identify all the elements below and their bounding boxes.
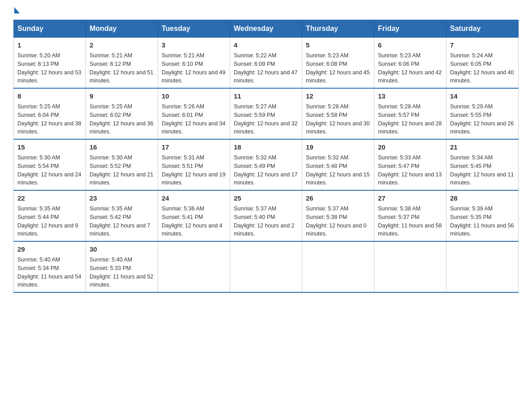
- day-number: 9: [90, 91, 154, 101]
- day-info: Sunrise: 5:24 AMSunset: 6:05 PMDaylight:…: [450, 52, 514, 84]
- day-number: 27: [378, 193, 442, 203]
- calendar-cell: 14 Sunrise: 5:29 AMSunset: 5:55 PMDaylig…: [446, 88, 519, 139]
- day-number: 30: [90, 244, 154, 254]
- day-number: 12: [306, 91, 370, 101]
- day-number: 5: [306, 40, 370, 50]
- day-info: Sunrise: 5:34 AMSunset: 5:45 PMDaylight:…: [450, 154, 514, 186]
- day-info: Sunrise: 5:30 AMSunset: 5:54 PMDaylight:…: [17, 154, 81, 186]
- calendar-cell: 29 Sunrise: 5:40 AMSunset: 5:34 PMDaylig…: [14, 241, 86, 292]
- day-number: 24: [162, 193, 226, 203]
- calendar-cell: [374, 241, 446, 292]
- day-number: 21: [450, 142, 515, 152]
- calendar-cell: 17 Sunrise: 5:31 AMSunset: 5:51 PMDaylig…: [158, 139, 230, 190]
- calendar-cell: 22 Sunrise: 5:35 AMSunset: 5:44 PMDaylig…: [14, 190, 86, 241]
- calendar-cell: 23 Sunrise: 5:35 AMSunset: 5:42 PMDaylig…: [86, 190, 158, 241]
- day-number: 19: [306, 142, 370, 152]
- calendar-header-row: SundayMondayTuesdayWednesdayThursdayFrid…: [14, 20, 519, 38]
- calendar-cell: 16 Sunrise: 5:30 AMSunset: 5:52 PMDaylig…: [86, 139, 158, 190]
- calendar-cell: 5 Sunrise: 5:23 AMSunset: 6:08 PMDayligh…: [302, 38, 374, 89]
- day-number: 23: [90, 193, 154, 203]
- day-number: 15: [17, 142, 82, 152]
- day-info: Sunrise: 5:28 AMSunset: 5:57 PMDaylight:…: [378, 103, 442, 135]
- day-info: Sunrise: 5:21 AMSunset: 6:12 PMDaylight:…: [90, 52, 153, 84]
- calendar-cell: 2 Sunrise: 5:21 AMSunset: 6:12 PMDayligh…: [86, 38, 158, 89]
- day-info: Sunrise: 5:21 AMSunset: 6:10 PMDaylight:…: [162, 52, 225, 84]
- calendar-cell: [446, 241, 519, 292]
- calendar-cell: 20 Sunrise: 5:33 AMSunset: 5:47 PMDaylig…: [374, 139, 446, 190]
- day-info: Sunrise: 5:31 AMSunset: 5:51 PMDaylight:…: [162, 154, 225, 186]
- day-info: Sunrise: 5:20 AMSunset: 6:13 PMDaylight:…: [17, 52, 81, 84]
- day-info: Sunrise: 5:35 AMSunset: 5:42 PMDaylight:…: [90, 206, 150, 237]
- day-info: Sunrise: 5:40 AMSunset: 5:33 PMDaylight:…: [90, 257, 153, 288]
- calendar-cell: 7 Sunrise: 5:24 AMSunset: 6:05 PMDayligh…: [446, 38, 519, 89]
- calendar-cell: 25 Sunrise: 5:37 AMSunset: 5:40 PMDaylig…: [230, 190, 302, 241]
- calendar-cell: 3 Sunrise: 5:21 AMSunset: 6:10 PMDayligh…: [158, 38, 230, 89]
- calendar-cell: [302, 241, 374, 292]
- header-friday: Friday: [374, 20, 446, 38]
- calendar-cell: 10 Sunrise: 5:26 AMSunset: 6:01 PMDaylig…: [158, 88, 230, 139]
- calendar-week-3: 15 Sunrise: 5:30 AMSunset: 5:54 PMDaylig…: [14, 139, 519, 190]
- header-sunday: Sunday: [14, 20, 86, 38]
- day-number: 28: [450, 193, 515, 203]
- day-number: 17: [162, 142, 226, 152]
- calendar-cell: 12 Sunrise: 5:28 AMSunset: 5:58 PMDaylig…: [302, 88, 374, 139]
- day-number: 2: [90, 40, 154, 50]
- day-info: Sunrise: 5:40 AMSunset: 5:34 PMDaylight:…: [17, 257, 81, 288]
- day-number: 4: [234, 40, 298, 50]
- day-number: 29: [17, 244, 82, 254]
- calendar-cell: 26 Sunrise: 5:37 AMSunset: 5:38 PMDaylig…: [302, 190, 374, 241]
- day-info: Sunrise: 5:37 AMSunset: 5:40 PMDaylight:…: [234, 206, 295, 237]
- day-info: Sunrise: 5:28 AMSunset: 5:58 PMDaylight:…: [306, 103, 369, 135]
- day-info: Sunrise: 5:23 AMSunset: 6:08 PMDaylight:…: [306, 52, 369, 84]
- calendar-cell: 6 Sunrise: 5:23 AMSunset: 6:06 PMDayligh…: [374, 38, 446, 89]
- calendar-cell: 11 Sunrise: 5:27 AMSunset: 5:59 PMDaylig…: [230, 88, 302, 139]
- day-info: Sunrise: 5:30 AMSunset: 5:52 PMDaylight:…: [90, 154, 153, 186]
- day-info: Sunrise: 5:23 AMSunset: 6:06 PMDaylight:…: [378, 52, 442, 84]
- day-info: Sunrise: 5:38 AMSunset: 5:37 PMDaylight:…: [378, 206, 442, 237]
- day-info: Sunrise: 5:25 AMSunset: 6:02 PMDaylight:…: [90, 103, 153, 135]
- header-saturday: Saturday: [446, 20, 519, 38]
- calendar-cell: 24 Sunrise: 5:36 AMSunset: 5:41 PMDaylig…: [158, 190, 230, 241]
- calendar-week-2: 8 Sunrise: 5:25 AMSunset: 6:04 PMDayligh…: [14, 88, 519, 139]
- calendar-cell: 30 Sunrise: 5:40 AMSunset: 5:33 PMDaylig…: [86, 241, 158, 292]
- day-number: 16: [90, 142, 154, 152]
- day-number: 8: [17, 91, 82, 101]
- day-number: 25: [234, 193, 298, 203]
- calendar-cell: 13 Sunrise: 5:28 AMSunset: 5:57 PMDaylig…: [374, 88, 446, 139]
- day-number: 3: [162, 40, 226, 50]
- calendar-cell: 27 Sunrise: 5:38 AMSunset: 5:37 PMDaylig…: [374, 190, 446, 241]
- logo: [13, 9, 20, 15]
- header-thursday: Thursday: [302, 20, 374, 38]
- calendar-cell: 15 Sunrise: 5:30 AMSunset: 5:54 PMDaylig…: [14, 139, 86, 190]
- header-monday: Monday: [86, 20, 158, 38]
- logo-triangle-icon: [14, 7, 20, 13]
- calendar-cell: 9 Sunrise: 5:25 AMSunset: 6:02 PMDayligh…: [86, 88, 158, 139]
- calendar-week-5: 29 Sunrise: 5:40 AMSunset: 5:34 PMDaylig…: [14, 241, 519, 292]
- calendar-table: SundayMondayTuesdayWednesdayThursdayFrid…: [13, 20, 519, 293]
- day-info: Sunrise: 5:22 AMSunset: 6:09 PMDaylight:…: [234, 52, 297, 84]
- day-info: Sunrise: 5:32 AMSunset: 5:48 PMDaylight:…: [306, 154, 369, 186]
- header-wednesday: Wednesday: [230, 20, 302, 38]
- day-number: 10: [162, 91, 226, 101]
- day-number: 13: [378, 91, 442, 101]
- calendar-cell: 4 Sunrise: 5:22 AMSunset: 6:09 PMDayligh…: [230, 38, 302, 89]
- calendar-cell: 8 Sunrise: 5:25 AMSunset: 6:04 PMDayligh…: [14, 88, 86, 139]
- day-number: 22: [17, 193, 82, 203]
- day-info: Sunrise: 5:37 AMSunset: 5:38 PMDaylight:…: [306, 206, 367, 237]
- day-number: 14: [450, 91, 515, 101]
- day-info: Sunrise: 5:35 AMSunset: 5:44 PMDaylight:…: [17, 206, 78, 237]
- day-info: Sunrise: 5:39 AMSunset: 5:35 PMDaylight:…: [450, 206, 514, 237]
- calendar-cell: [230, 241, 302, 292]
- calendar-cell: 28 Sunrise: 5:39 AMSunset: 5:35 PMDaylig…: [446, 190, 519, 241]
- calendar-cell: 21 Sunrise: 5:34 AMSunset: 5:45 PMDaylig…: [446, 139, 519, 190]
- day-info: Sunrise: 5:29 AMSunset: 5:55 PMDaylight:…: [450, 103, 514, 135]
- page-header: [13, 9, 519, 15]
- day-number: 7: [450, 40, 515, 50]
- day-info: Sunrise: 5:36 AMSunset: 5:41 PMDaylight:…: [162, 206, 223, 237]
- day-info: Sunrise: 5:32 AMSunset: 5:49 PMDaylight:…: [234, 154, 297, 186]
- calendar-cell: 19 Sunrise: 5:32 AMSunset: 5:48 PMDaylig…: [302, 139, 374, 190]
- day-info: Sunrise: 5:26 AMSunset: 6:01 PMDaylight:…: [162, 103, 225, 135]
- day-info: Sunrise: 5:33 AMSunset: 5:47 PMDaylight:…: [378, 154, 442, 186]
- day-number: 11: [234, 91, 298, 101]
- day-info: Sunrise: 5:27 AMSunset: 5:59 PMDaylight:…: [234, 103, 297, 135]
